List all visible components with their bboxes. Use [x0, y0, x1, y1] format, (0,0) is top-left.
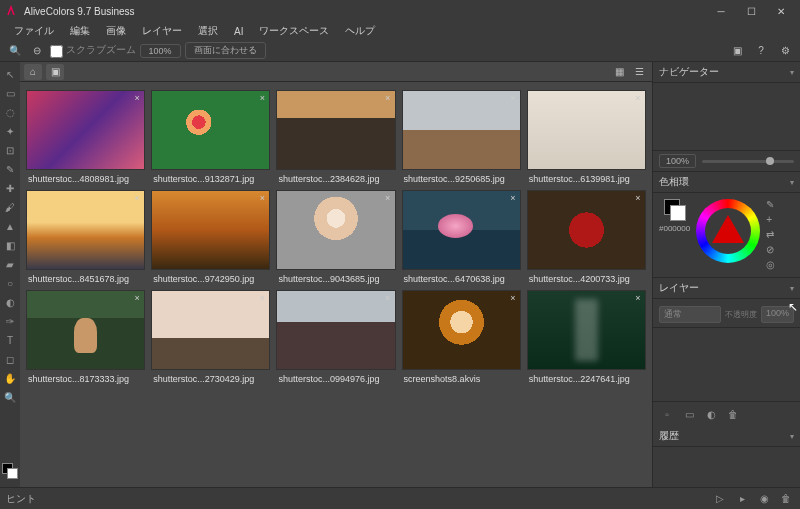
close-thumb-icon[interactable]: × [633, 193, 643, 203]
color-wheel[interactable] [696, 199, 760, 263]
thumbnail-card[interactable]: ×shutterstoc...2384628.jpg [276, 90, 395, 184]
menu-select[interactable]: 選択 [190, 22, 226, 40]
close-thumb-icon[interactable]: × [383, 93, 393, 103]
blend-mode-select[interactable]: 通常 [659, 306, 721, 323]
step-icon[interactable]: ▸ [734, 491, 750, 507]
stamp-tool-icon[interactable]: ▲ [2, 218, 18, 234]
help-icon[interactable]: ? [752, 42, 770, 60]
collapse-icon[interactable]: ▾ [790, 68, 794, 77]
play-icon[interactable]: ▷ [712, 491, 728, 507]
menu-ai[interactable]: AI [226, 24, 251, 39]
thumbnail-card[interactable]: ×shutterstoc...9043685.jpg [276, 190, 395, 284]
close-thumb-icon[interactable]: × [508, 193, 518, 203]
opacity-value[interactable]: 100% [761, 306, 794, 323]
navigator-header[interactable]: ナビゲーター▾ [653, 62, 800, 83]
lasso-tool-icon[interactable]: ◌ [2, 104, 18, 120]
menu-edit[interactable]: 編集 [62, 22, 98, 40]
wand-tool-icon[interactable]: ✦ [2, 123, 18, 139]
settings-gear-icon[interactable]: ⚙ [776, 42, 794, 60]
trash2-icon[interactable]: 🗑 [778, 491, 794, 507]
close-thumb-icon[interactable]: × [508, 93, 518, 103]
add-swatch-icon[interactable]: + [766, 214, 778, 226]
close-thumb-icon[interactable]: × [257, 293, 267, 303]
swap-icon[interactable]: ⇄ [766, 229, 778, 241]
minimize-button[interactable]: ─ [706, 1, 736, 21]
fill-tool-icon[interactable]: ▰ [2, 256, 18, 272]
close-thumb-icon[interactable]: × [508, 293, 518, 303]
thumbnail-card[interactable]: ×shutterstoc...8451678.jpg [26, 190, 145, 284]
record-icon[interactable]: ◉ [756, 491, 772, 507]
mask-icon[interactable]: ◐ [703, 406, 719, 422]
thumbnail-image[interactable]: × [151, 90, 270, 170]
maximize-button[interactable]: ☐ [736, 1, 766, 21]
folder-icon[interactable]: ▭ [681, 406, 697, 422]
thumbnail-image[interactable]: × [276, 90, 395, 170]
collapse-icon[interactable]: ▾ [790, 178, 794, 187]
thumbnail-gallery[interactable]: ×shutterstoc...4808981.jpg×shutterstoc..… [20, 82, 652, 487]
close-thumb-icon[interactable]: × [633, 93, 643, 103]
thumbnail-card[interactable]: ×screenshots8.akvis [402, 290, 521, 384]
zoom-value[interactable]: 100% [659, 154, 696, 168]
menu-help[interactable]: ヘルプ [337, 22, 383, 40]
tab-home-icon[interactable]: ⌂ [24, 64, 42, 80]
close-thumb-icon[interactable]: × [257, 193, 267, 203]
color-swatches[interactable] [2, 463, 18, 479]
thumbnail-card[interactable]: ×shutterstoc...0994976.jpg [276, 290, 395, 384]
fit-screen-button[interactable]: 画面に合わせる [185, 42, 266, 59]
menu-layer[interactable]: レイヤー [134, 22, 190, 40]
info-icon[interactable]: ▣ [728, 42, 746, 60]
view-grid-icon[interactable]: ▦ [610, 63, 628, 81]
thumbnail-card[interactable]: ×shutterstoc...4808981.jpg [26, 90, 145, 184]
close-thumb-icon[interactable]: × [633, 293, 643, 303]
thumbnail-image[interactable]: × [276, 290, 395, 370]
hand-tool-icon[interactable]: ✋ [2, 370, 18, 386]
zoom-tool2-icon[interactable]: 🔍 [2, 389, 18, 405]
close-thumb-icon[interactable]: × [132, 293, 142, 303]
thumbnail-image[interactable]: × [527, 290, 646, 370]
thumbnail-image[interactable]: × [151, 290, 270, 370]
layers-header[interactable]: レイヤー▾ [653, 278, 800, 299]
crop-tool-icon[interactable]: ⊡ [2, 142, 18, 158]
menu-file[interactable]: ファイル [6, 22, 62, 40]
view-list-icon[interactable]: ☰ [630, 63, 648, 81]
heal-tool-icon[interactable]: ✚ [2, 180, 18, 196]
eraser-tool-icon[interactable]: ◧ [2, 237, 18, 253]
thumbnail-card[interactable]: ×shutterstoc...4200733.jpg [527, 190, 646, 284]
thumbnail-image[interactable]: × [527, 190, 646, 270]
color-header[interactable]: 色相環▾ [653, 172, 800, 193]
add-layer-icon[interactable]: ▫ [659, 406, 675, 422]
close-thumb-icon[interactable]: × [257, 93, 267, 103]
none-color-icon[interactable]: ⊘ [766, 244, 778, 256]
eyedropper-icon[interactable]: ✎ [766, 199, 778, 211]
thumbnail-card[interactable]: ×shutterstoc...9132871.jpg [151, 90, 270, 184]
collapse-icon[interactable]: ▾ [790, 284, 794, 293]
thumbnail-image[interactable]: × [402, 290, 521, 370]
scrub-zoom-checkbox[interactable] [50, 45, 63, 58]
thumbnail-image[interactable]: × [276, 190, 395, 270]
zoom-out-icon[interactable]: ⊖ [28, 42, 46, 60]
thumbnail-image[interactable]: × [26, 190, 145, 270]
thumbnail-card[interactable]: ×shutterstoc...6470638.jpg [402, 190, 521, 284]
thumbnail-card[interactable]: ×shutterstoc...8173333.jpg [26, 290, 145, 384]
eyedropper-tool-icon[interactable]: ✎ [2, 161, 18, 177]
ring-mode-icon[interactable]: ◎ [766, 259, 778, 271]
panel-color-swatches[interactable] [664, 199, 686, 221]
dodge-tool-icon[interactable]: ◐ [2, 294, 18, 310]
menu-workspace[interactable]: ワークスペース [251, 22, 337, 40]
shape-tool-icon[interactable]: ◻ [2, 351, 18, 367]
thumbnail-card[interactable]: ×shutterstoc...9250685.jpg [402, 90, 521, 184]
navigator-preview[interactable] [653, 83, 800, 151]
hex-value[interactable]: #000000 [659, 224, 690, 233]
thumbnail-image[interactable]: × [26, 290, 145, 370]
thumbnail-image[interactable]: × [527, 90, 646, 170]
close-button[interactable]: ✕ [766, 1, 796, 21]
text-tool-icon[interactable]: T [2, 332, 18, 348]
pen-tool-icon[interactable]: ✑ [2, 313, 18, 329]
close-thumb-icon[interactable]: × [132, 93, 142, 103]
history-header[interactable]: 履歴▾ [653, 426, 800, 447]
trash-icon[interactable]: 🗑 [725, 406, 741, 422]
collapse-icon[interactable]: ▾ [790, 432, 794, 441]
close-thumb-icon[interactable]: × [132, 193, 142, 203]
thumbnail-image[interactable]: × [151, 190, 270, 270]
thumbnail-card[interactable]: ×shutterstoc...6139981.jpg [527, 90, 646, 184]
